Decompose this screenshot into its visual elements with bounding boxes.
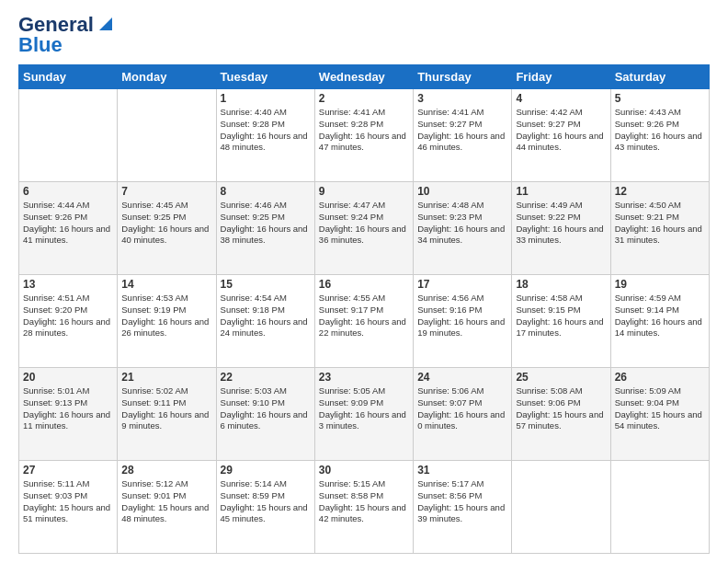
calendar-cell [19, 89, 118, 182]
cell-info: Sunrise: 4:51 AM Sunset: 9:20 PM Dayligh… [23, 293, 113, 339]
calendar-cell: 9Sunrise: 4:47 AM Sunset: 9:24 PM Daylig… [314, 182, 413, 275]
cell-info: Sunrise: 4:44 AM Sunset: 9:26 PM Dayligh… [23, 200, 113, 247]
day-number: 13 [23, 278, 113, 291]
cell-info: Sunrise: 4:41 AM Sunset: 9:28 PM Dayligh… [319, 107, 409, 154]
day-number: 9 [319, 185, 409, 198]
week-row-2: 6Sunrise: 4:44 AM Sunset: 9:26 PM Daylig… [19, 182, 710, 275]
day-number: 1 [221, 92, 311, 105]
day-number: 24 [417, 371, 507, 384]
calendar-cell: 7Sunrise: 4:45 AM Sunset: 9:25 PM Daylig… [118, 182, 216, 275]
calendar-cell: 17Sunrise: 4:56 AM Sunset: 9:16 PM Dayli… [414, 275, 512, 368]
day-number: 8 [221, 185, 311, 198]
cell-info: Sunrise: 5:15 AM Sunset: 8:58 PM Dayligh… [319, 478, 409, 525]
cell-info: Sunrise: 4:50 AM Sunset: 9:21 PM Dayligh… [615, 200, 705, 247]
cell-info: Sunrise: 4:43 AM Sunset: 9:26 PM Dayligh… [615, 107, 705, 154]
cell-info: Sunrise: 5:12 AM Sunset: 9:01 PM Dayligh… [121, 478, 211, 525]
col-header-monday: Monday [118, 65, 216, 89]
calendar-cell: 31Sunrise: 5:17 AM Sunset: 8:56 PM Dayli… [414, 461, 512, 554]
cell-info: Sunrise: 5:09 AM Sunset: 9:04 PM Dayligh… [615, 385, 705, 432]
day-number: 10 [417, 185, 507, 198]
calendar-cell: 22Sunrise: 5:03 AM Sunset: 9:10 PM Dayli… [216, 368, 314, 461]
cell-info: Sunrise: 4:40 AM Sunset: 9:28 PM Dayligh… [221, 107, 311, 154]
calendar-cell: 26Sunrise: 5:09 AM Sunset: 9:04 PM Dayli… [610, 368, 709, 461]
week-row-4: 20Sunrise: 5:01 AM Sunset: 9:13 PM Dayli… [19, 368, 710, 461]
day-number: 26 [615, 371, 705, 384]
cell-info: Sunrise: 5:05 AM Sunset: 9:09 PM Dayligh… [319, 385, 409, 432]
calendar-cell: 6Sunrise: 4:44 AM Sunset: 9:26 PM Daylig… [19, 182, 118, 275]
cell-info: Sunrise: 4:45 AM Sunset: 9:25 PM Dayligh… [121, 200, 211, 247]
day-number: 23 [319, 371, 409, 384]
cell-info: Sunrise: 4:59 AM Sunset: 9:14 PM Dayligh… [615, 293, 705, 339]
cell-info: Sunrise: 4:46 AM Sunset: 9:25 PM Dayligh… [221, 200, 311, 247]
day-number: 16 [319, 278, 409, 291]
col-header-wednesday: Wednesday [314, 65, 413, 89]
logo-blue-text: Blue [18, 33, 63, 56]
calendar-cell: 18Sunrise: 4:58 AM Sunset: 9:15 PM Dayli… [512, 275, 610, 368]
calendar-cell [118, 89, 216, 182]
day-number: 6 [23, 185, 113, 198]
day-number: 7 [121, 185, 211, 198]
day-number: 25 [516, 371, 606, 384]
calendar-cell [610, 461, 709, 554]
day-number: 14 [121, 278, 211, 291]
day-number: 18 [516, 278, 606, 291]
cell-info: Sunrise: 4:49 AM Sunset: 9:22 PM Dayligh… [516, 200, 606, 247]
day-number: 21 [121, 371, 211, 384]
day-number: 27 [23, 464, 113, 477]
calendar-cell: 29Sunrise: 5:14 AM Sunset: 8:59 PM Dayli… [216, 461, 314, 554]
cell-info: Sunrise: 4:42 AM Sunset: 9:27 PM Dayligh… [516, 107, 606, 154]
cell-info: Sunrise: 4:41 AM Sunset: 9:27 PM Dayligh… [417, 107, 507, 154]
calendar-cell: 3Sunrise: 4:41 AM Sunset: 9:27 PM Daylig… [414, 89, 512, 182]
col-header-tuesday: Tuesday [216, 65, 314, 89]
cell-info: Sunrise: 4:47 AM Sunset: 9:24 PM Dayligh… [319, 200, 409, 247]
calendar-cell: 23Sunrise: 5:05 AM Sunset: 9:09 PM Dayli… [314, 368, 413, 461]
day-number: 17 [417, 278, 507, 291]
week-row-1: 1Sunrise: 4:40 AM Sunset: 9:28 PM Daylig… [19, 89, 710, 182]
day-number: 31 [417, 464, 507, 477]
cell-info: Sunrise: 4:56 AM Sunset: 9:16 PM Dayligh… [417, 293, 507, 339]
logo-general: General [18, 15, 94, 35]
calendar-cell: 4Sunrise: 4:42 AM Sunset: 9:27 PM Daylig… [512, 89, 610, 182]
day-number: 19 [615, 278, 705, 291]
calendar-cell: 14Sunrise: 4:53 AM Sunset: 9:19 PM Dayli… [118, 275, 216, 368]
day-number: 15 [221, 278, 311, 291]
cell-info: Sunrise: 5:03 AM Sunset: 9:10 PM Dayligh… [221, 385, 311, 432]
col-header-friday: Friday [512, 65, 610, 89]
calendar-cell: 24Sunrise: 5:06 AM Sunset: 9:07 PM Dayli… [414, 368, 512, 461]
calendar-cell: 12Sunrise: 4:50 AM Sunset: 9:21 PM Dayli… [610, 182, 709, 275]
calendar-cell: 19Sunrise: 4:59 AM Sunset: 9:14 PM Dayli… [610, 275, 709, 368]
cell-info: Sunrise: 4:54 AM Sunset: 9:18 PM Dayligh… [221, 293, 311, 339]
col-header-sunday: Sunday [19, 65, 118, 89]
calendar-cell: 25Sunrise: 5:08 AM Sunset: 9:06 PM Dayli… [512, 368, 610, 461]
cell-info: Sunrise: 5:11 AM Sunset: 9:03 PM Dayligh… [23, 478, 113, 525]
week-row-5: 27Sunrise: 5:11 AM Sunset: 9:03 PM Dayli… [19, 461, 710, 554]
header-row: SundayMondayTuesdayWednesdayThursdayFrid… [19, 65, 710, 89]
calendar-cell: 20Sunrise: 5:01 AM Sunset: 9:13 PM Dayli… [19, 368, 118, 461]
cell-info: Sunrise: 5:08 AM Sunset: 9:06 PM Dayligh… [516, 385, 606, 432]
calendar-cell: 28Sunrise: 5:12 AM Sunset: 9:01 PM Dayli… [118, 461, 216, 554]
header: General Blue [18, 15, 710, 57]
calendar-cell: 5Sunrise: 4:43 AM Sunset: 9:26 PM Daylig… [610, 89, 709, 182]
calendar-cell: 11Sunrise: 4:49 AM Sunset: 9:22 PM Dayli… [512, 182, 610, 275]
day-number: 11 [516, 185, 606, 198]
calendar-cell: 30Sunrise: 5:15 AM Sunset: 8:58 PM Dayli… [314, 461, 413, 554]
calendar-cell: 2Sunrise: 4:41 AM Sunset: 9:28 PM Daylig… [314, 89, 413, 182]
logo-icon: General [18, 15, 116, 35]
day-number: 29 [221, 464, 311, 477]
logo: General Blue [18, 15, 116, 57]
day-number: 30 [319, 464, 409, 477]
page: General Blue SundayMondayTuesdayWednesda… [0, 0, 728, 563]
day-number: 4 [516, 92, 606, 105]
calendar-header: SundayMondayTuesdayWednesdayThursdayFrid… [19, 65, 710, 89]
svg-marker-0 [99, 17, 112, 30]
cell-info: Sunrise: 4:58 AM Sunset: 9:15 PM Dayligh… [516, 293, 606, 339]
day-number: 5 [615, 92, 705, 105]
calendar-cell [512, 461, 610, 554]
day-number: 22 [221, 371, 311, 384]
day-number: 20 [23, 371, 113, 384]
calendar-body: 1Sunrise: 4:40 AM Sunset: 9:28 PM Daylig… [19, 89, 710, 554]
day-number: 2 [319, 92, 409, 105]
cell-info: Sunrise: 4:55 AM Sunset: 9:17 PM Dayligh… [319, 293, 409, 339]
calendar-cell: 16Sunrise: 4:55 AM Sunset: 9:17 PM Dayli… [314, 275, 413, 368]
calendar-cell: 27Sunrise: 5:11 AM Sunset: 9:03 PM Dayli… [19, 461, 118, 554]
